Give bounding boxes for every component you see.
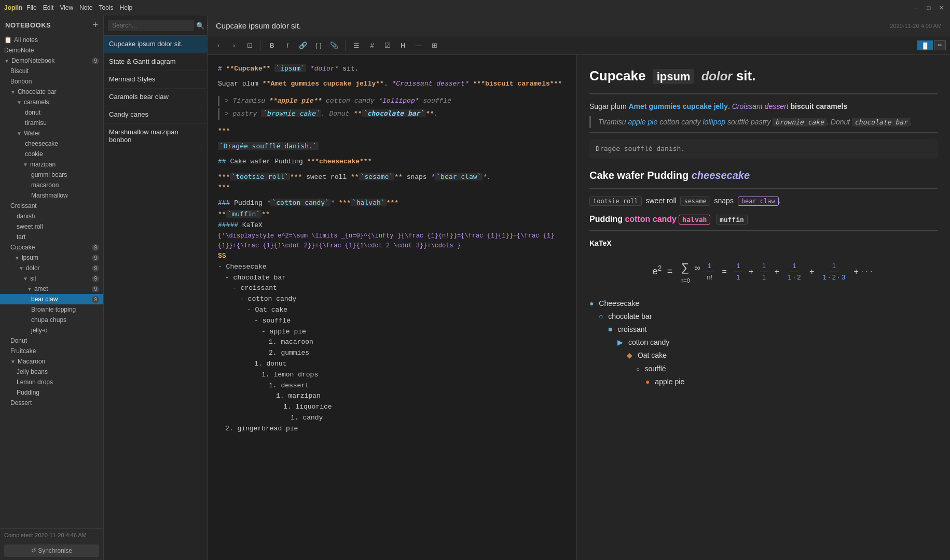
sidebar-item-caramels[interactable]: ▼ caramels [0,97,103,107]
menu-file[interactable]: File [26,4,36,11]
menu-edit[interactable]: Edit [43,4,54,11]
sidebar-item-bonbon[interactable]: Bonbon [0,76,103,87]
split-view-button[interactable]: ▐▌ [917,40,933,50]
md-blockquote: > Tiramisu **apple pie** cotton candy *l… [218,96,566,107]
sidebar-item-demonote[interactable]: DemoNote [0,45,103,55]
sidebar-item-biscuit[interactable]: Biscuit [0,66,103,76]
sidebar-item-brownie-topping[interactable]: Brownie topping [0,304,103,315]
sidebar-item-cookie[interactable]: cookie [0,149,103,159]
close-button[interactable]: ✕ [937,3,946,12]
checklist-button[interactable]: ☑ [381,39,394,52]
app-logo: Joplin [4,4,22,11]
heading-button[interactable]: H [396,39,410,52]
md-line: 1. macaroon [269,337,566,348]
md-line: 1. lemon drops [261,370,566,381]
sidebar-item-demonotebook[interactable]: ▼ DemoNotebook 9 [0,55,103,66]
note-item-cupcake-ipsum[interactable]: Cupcake ipsum dolor sit. [104,36,207,53]
note-item-caramels-bear-claw[interactable]: Caramels bear claw [104,89,207,106]
sidebar-item-chupa-chups[interactable]: chupa chups [0,315,103,325]
preview-separator [589,93,938,94]
sidebar-item-sit[interactable]: ▼ sit 9 [0,273,103,284]
sidebar-item-macaroon2[interactable]: ▼ Macaroon [0,356,103,367]
italic-button[interactable]: I [281,39,294,52]
sidebar-item-cupcake[interactable]: Cupcake 9 [0,242,103,253]
note-item-mermaid-styles[interactable]: Mermaid Styles [104,71,207,89]
sidebar-item-all-notes[interactable]: 📋 All notes [0,35,103,45]
sidebar-item-croissant[interactable]: Croissant [0,201,103,211]
sidebar-item-tart[interactable]: tart [0,232,103,242]
md-line: `Dragée soufflé danish.` [218,141,566,152]
preview-link-apple-pie[interactable]: apple pie [628,118,657,126]
ordered-list-button[interactable]: # [365,39,379,52]
sidebar-item-marshmallow[interactable]: Marshmallow [0,190,103,201]
link-button[interactable]: 🔗 [296,39,310,52]
md-line: $$ [218,251,566,262]
preview-title-dolor: dolor [701,69,733,83]
sidebar-item-cheesecake[interactable]: cheesecake [0,138,103,149]
unordered-list-button[interactable]: ☰ [350,39,363,52]
sidebar-item-macaroon[interactable]: macaroon [0,180,103,190]
toolbar-separator [260,40,261,51]
sidebar-item-amet[interactable]: ▼ amet 9 [0,284,103,294]
sidebar-item-lemon-drops[interactable]: Lemon drops [0,377,103,387]
preview-list-item-3: ■ croissant [608,323,938,336]
search-input[interactable] [108,20,194,31]
md-line: ### Pudding *`cotton candy`* ***`halvah`… [218,198,566,209]
menu-note[interactable]: Note [79,4,92,11]
forward-button[interactable]: › [227,39,241,52]
add-notebook-button[interactable]: + [92,20,98,31]
attach-button[interactable]: 📎 [327,39,341,52]
notebooks-title: NOTEBOOKS [5,21,51,29]
sidebar-item-tiramisu[interactable]: tiramisu [0,118,103,128]
minimize-button[interactable]: ─ [912,3,921,12]
sidebar-header: NOTEBOOKS + [0,16,103,35]
note-item-state-gantt[interactable]: State & Gantt diagram [104,53,207,71]
bold-button[interactable]: B [265,39,279,52]
preview-bold-biscuit: biscuit caramels [791,102,848,110]
menu-view[interactable]: View [60,4,73,11]
edit-view-button[interactable]: ✏ [934,40,946,50]
note-item-marshmallow-marzipan[interactable]: Marshmallow marzipan bonbon [104,124,207,149]
md-line [218,193,566,198]
markdown-editor[interactable]: # **Cupcake** `ipsum` *dolor* sit. Sugar… [208,55,576,560]
md-line [218,137,566,141]
menu-help[interactable]: Help [120,4,133,11]
maximize-button[interactable]: □ [924,3,933,12]
external-edit-button[interactable]: ⊡ [243,39,256,52]
sidebar-item-chocolate-bar[interactable]: ▼ Chocolate bar [0,87,103,97]
sidebar-item-ipsum[interactable]: ▼ ipsum 9 [0,253,103,263]
preview-code-brownie: brownie cake [773,118,827,127]
preview-h3-pudding: Pudding cotton candy halvah muffin [589,213,938,226]
horizontal-rule-button[interactable]: — [412,39,425,52]
menu-tools[interactable]: Tools [99,4,114,11]
sidebar-item-fruitcake[interactable]: Fruitcake [0,346,103,356]
sidebar-item-gummi-bears[interactable]: gummi bears [0,170,103,180]
expand-icon: ▼ [27,286,32,292]
sidebar-item-donut[interactable]: donut [0,107,103,118]
md-line: - soufflé [254,316,566,327]
note-list: 🔍 ☰ ✏ Cupcake ipsum dolor sit. State & G… [104,16,208,560]
preview-list-item-4: ▶ cotton candy [617,336,938,349]
window-controls: ─ □ ✕ [912,3,946,12]
expand-icon: ▼ [23,276,28,282]
sidebar-item-dessert[interactable]: Dessert [0,398,103,408]
sync-button[interactable]: ↺ Synchronise [4,544,99,557]
table-button[interactable]: ⊞ [428,39,441,52]
editor-toolbar: ‹ › ⊡ B I 🔗 { } 📎 ☰ # ☑ H — ⊞ ▐▌ ✏ [208,36,950,55]
sidebar-item-sweet-roll[interactable]: sweet roll [0,221,103,232]
code-button[interactable]: { } [312,39,325,52]
back-button[interactable]: ‹ [212,39,225,52]
sidebar-item-bear-claw[interactable]: bear claw 9 [0,294,103,304]
sidebar-item-dolor[interactable]: ▼ dolor 9 [0,263,103,273]
expand-icon: ▼ [10,89,16,95]
sidebar-item-jelly-o[interactable]: jelly-o [0,325,103,335]
sidebar-item-wafer[interactable]: ▼ Wafer [0,128,103,138]
sidebar-item-danish[interactable]: danish [0,211,103,221]
note-list-search: 🔍 ☰ ✏ [104,16,207,36]
sidebar-item-donut2[interactable]: Donut [0,335,103,346]
sidebar-item-marzipan[interactable]: ▼ marzipan [0,159,103,170]
sidebar-item-jelly-beans[interactable]: Jelly beans [0,367,103,377]
preview-tag-bearclaw: bear claw [738,197,779,206]
note-item-candy-canes[interactable]: Candy canes [104,106,207,124]
sidebar-item-pudding[interactable]: Pudding [0,387,103,398]
